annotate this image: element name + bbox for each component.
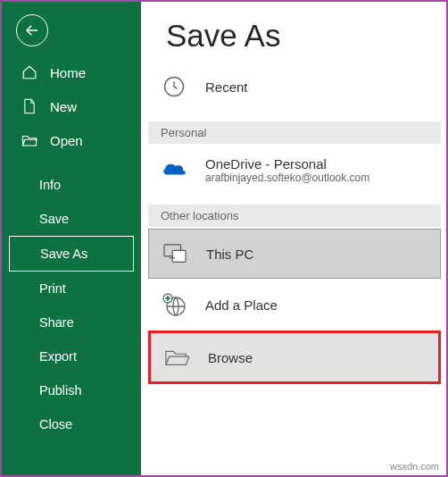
clock-icon [159, 71, 189, 102]
location-recent[interactable]: Recent [148, 63, 441, 111]
nav-close[interactable]: Close [2, 407, 141, 441]
home-icon [21, 64, 37, 80]
add-place-icon [159, 289, 189, 320]
nav-print-label: Print [39, 281, 66, 296]
location-recent-label: Recent [205, 80, 248, 95]
svg-rect-3 [172, 250, 186, 262]
nav-share-label: Share [39, 315, 74, 330]
nav-share[interactable]: Share [2, 305, 141, 339]
location-add-place-label: Add a Place [205, 297, 278, 313]
nav-save-label: Save [39, 212, 69, 226]
nav-info-label: Info [39, 178, 61, 192]
location-this-pc-label: This PC [206, 247, 253, 262]
folder-open-icon [21, 132, 37, 148]
back-button[interactable] [16, 14, 48, 46]
nav-open[interactable]: Open [2, 123, 141, 157]
nav-new-label: New [50, 99, 77, 114]
location-this-pc[interactable]: This PC [148, 229, 441, 279]
nav-publish[interactable]: Publish [2, 373, 141, 407]
watermark: wsxdn.com [390, 461, 439, 472]
location-onedrive[interactable]: OneDrive - Personal arafbinjayed.softeko… [148, 146, 441, 194]
page-title: Save As [141, 2, 448, 55]
nav-publish-label: Publish [39, 383, 82, 398]
onedrive-name: OneDrive - Personal [205, 156, 369, 172]
onedrive-icon [159, 155, 189, 185]
nav-open-label: Open [50, 133, 83, 148]
nav-print[interactable]: Print [2, 272, 141, 305]
location-add-place[interactable]: Add a Place [148, 280, 441, 329]
onedrive-email: arafbinjayed.softeko@outlook.com [205, 172, 369, 184]
folder-browse-icon [162, 342, 192, 372]
section-other: Other locations [148, 205, 441, 227]
location-browse[interactable]: Browse [148, 331, 441, 384]
nav-save[interactable]: Save [2, 202, 141, 236]
this-pc-icon [160, 238, 190, 269]
nav-new[interactable]: New [2, 89, 141, 123]
nav-home[interactable]: Home [2, 55, 141, 89]
nav-save-as-label: Save As [40, 247, 87, 261]
document-new-icon [21, 98, 37, 114]
onedrive-text: OneDrive - Personal arafbinjayed.softeko… [205, 156, 369, 184]
nav-close-label: Close [39, 417, 72, 431]
nav-export[interactable]: Export [2, 339, 141, 373]
backstage-sidebar: Home New Open Info Save Save As Print Sh… [2, 2, 141, 475]
nav-export-label: Export [39, 349, 77, 364]
main-panel: Save As Recent Personal OneDrive - Perso… [141, 2, 448, 475]
location-browse-label: Browse [208, 350, 253, 365]
nav-home-label: Home [50, 65, 86, 80]
nav-info[interactable]: Info [2, 168, 141, 202]
arrow-left-icon [24, 22, 40, 38]
nav-save-as[interactable]: Save As [9, 236, 134, 272]
section-personal: Personal [148, 121, 441, 144]
